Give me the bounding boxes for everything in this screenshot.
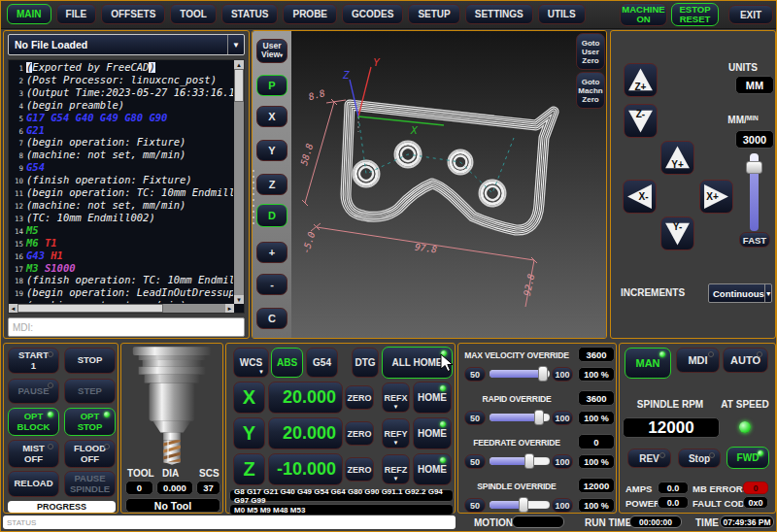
menu-tab-offsets[interactable]: OFFSETS xyxy=(101,4,165,24)
cycle-flood-off-button[interactable]: FLOODOFF xyxy=(64,440,116,468)
fast-button[interactable]: FAST xyxy=(739,232,770,248)
spindle-override-max-button[interactable]: 100 xyxy=(552,498,573,513)
view-button-x[interactable]: X xyxy=(256,106,287,127)
menu-tab-utils[interactable]: UTILS xyxy=(538,4,586,24)
goto-user-zero-button[interactable]: Goto User Zero xyxy=(576,33,605,70)
menu-tab-setup[interactable]: SETUP xyxy=(408,4,459,24)
chevron-down-icon[interactable]: ▼ xyxy=(764,284,772,302)
rapid-override-max-button[interactable]: 100 xyxy=(552,411,573,425)
g54-button[interactable]: G54 xyxy=(306,348,338,378)
menu-tab-gcodes[interactable]: GCODES xyxy=(342,4,403,24)
spindle-override-min-button[interactable]: 50 xyxy=(464,498,486,513)
max-velocity-override-slider-handle[interactable] xyxy=(538,366,548,382)
feedrate-override-max-button[interactable]: 100 xyxy=(552,454,573,469)
spindle-override-slider[interactable] xyxy=(490,501,550,509)
spindle-fwd-button[interactable]: FWD xyxy=(726,447,769,469)
cycle-step-button[interactable]: STEP xyxy=(64,379,116,404)
increments-combo[interactable]: Continuous ▼ xyxy=(708,283,772,303)
scroll-left-icon[interactable]: ◄ xyxy=(9,304,17,313)
feedrate-override-min-button[interactable]: 50 xyxy=(464,454,486,469)
machine-on-button[interactable]: MACHINE ON xyxy=(620,3,667,26)
gcode-editor[interactable]: 1(Exported by FreeCAD)2(Post Processor: … xyxy=(8,59,245,314)
cycle-reload-button[interactable]: RELOAD xyxy=(8,471,59,497)
jog-z-minus-button[interactable]: Z- xyxy=(624,104,658,138)
file-combo[interactable]: No File Loaded ▼ xyxy=(8,34,245,55)
feedrate-override-slider[interactable] xyxy=(490,457,550,465)
axis-z-dro-display[interactable]: -10.000 xyxy=(268,453,343,485)
cycle-pause-button[interactable]: PAUSE xyxy=(8,379,59,404)
home-x-button[interactable]: HOME xyxy=(413,382,452,414)
jog-x-plus-button[interactable]: X+ xyxy=(699,180,733,214)
exit-button[interactable]: EXIT xyxy=(728,5,773,24)
view-button--[interactable]: - xyxy=(256,274,287,295)
axis-y-button[interactable]: Y xyxy=(233,417,265,449)
view-button-user-view[interactable]: User View▾ xyxy=(256,39,287,63)
jog-rate-slider[interactable] xyxy=(750,153,759,231)
splitter-handle[interactable] xyxy=(252,170,254,228)
menu-tab-tool[interactable]: TOOL xyxy=(170,4,217,24)
view-button-c[interactable]: C xyxy=(256,308,287,329)
cycle-opt-block-button[interactable]: OPTBLOCK xyxy=(8,408,59,436)
zero-z-button[interactable]: ZERO xyxy=(345,457,374,482)
axis-x-dro-display[interactable]: 20.000 xyxy=(268,382,343,414)
menu-tab-probe[interactable]: PROBE xyxy=(283,4,337,24)
axis-x-button[interactable]: X xyxy=(233,382,265,414)
auto-mode-button[interactable]: AUTO xyxy=(723,348,768,373)
all-home-button[interactable]: ALL HOME xyxy=(382,347,453,379)
ref-y-button[interactable]: REFY▼ xyxy=(382,418,410,449)
menu-tab-main[interactable]: MAIN xyxy=(7,4,51,24)
toolpath-preview[interactable]: Y Z X 8.8 58.8 -5.0 97.8 92.8 xyxy=(253,31,606,338)
horizontal-scroll-thumb[interactable] xyxy=(17,304,163,313)
dtg-button[interactable]: DTG xyxy=(352,348,379,378)
rapid-override-slider-handle[interactable] xyxy=(534,410,544,425)
spindle-override-slider-handle[interactable] xyxy=(519,497,528,513)
home-y-button[interactable]: HOME xyxy=(413,417,452,449)
view-button-d[interactable]: D xyxy=(256,204,287,227)
scroll-right-icon[interactable]: ► xyxy=(225,304,234,313)
max-velocity-override-max-button[interactable]: 100 xyxy=(552,367,573,382)
jog-z-plus-button[interactable]: Z+ xyxy=(624,63,658,97)
mdi-input[interactable]: MDI: xyxy=(8,317,245,337)
jog-rate-slider-handle[interactable] xyxy=(746,161,762,174)
estop-reset-button[interactable]: ESTOP RESET xyxy=(671,3,719,26)
cycle-start-1-button[interactable]: START1 xyxy=(8,348,59,374)
view-button-+[interactable]: + xyxy=(256,242,287,263)
zero-x-button[interactable]: ZERO xyxy=(345,385,374,410)
spindle-rev-button[interactable]: REV xyxy=(627,449,671,468)
home-z-button[interactable]: HOME xyxy=(413,453,452,485)
ref-x-button[interactable]: REFX▼ xyxy=(382,382,410,413)
mdi-mode-button[interactable]: MDI xyxy=(676,348,720,373)
axis-y-dro-display[interactable]: 20.000 xyxy=(268,417,343,449)
vertical-scroll-thumb[interactable] xyxy=(234,69,244,102)
jog-y-plus-button[interactable]: Y+ xyxy=(660,141,694,175)
jog-x-minus-button[interactable]: X- xyxy=(623,180,657,214)
rapid-override-min-button[interactable]: 50 xyxy=(464,411,486,425)
menu-tab-settings[interactable]: SETTINGS xyxy=(465,4,533,24)
goto-machine-zero-button[interactable]: Goto Machn Zero xyxy=(576,72,605,109)
jog-y-minus-button[interactable]: Y- xyxy=(660,216,694,250)
cycle-stop-button[interactable]: STOP xyxy=(64,348,116,374)
chevron-down-icon[interactable]: ▼ xyxy=(227,35,244,54)
editor-horizontal-scrollbar[interactable]: ◄ ► xyxy=(9,304,234,313)
max-velocity-override-min-button[interactable]: 50 xyxy=(464,367,486,382)
spindle-stop-button[interactable]: Stop xyxy=(678,449,721,468)
abs-button[interactable]: ABS xyxy=(271,348,303,378)
rapid-override-slider[interactable] xyxy=(490,414,550,421)
man-mode-button[interactable]: MAN xyxy=(625,348,671,379)
ref-z-button[interactable]: REFZ▼ xyxy=(382,454,410,484)
view-button-z[interactable]: Z xyxy=(256,174,287,195)
view-button-p[interactable]: P xyxy=(256,75,287,96)
feedrate-override-slider-handle[interactable] xyxy=(524,453,534,469)
cycle-pause-spindle-button[interactable]: PAUSESPINDLE xyxy=(64,471,116,497)
max-velocity-override-slider[interactable] xyxy=(490,370,550,378)
wcs-button[interactable]: WCS ▼ xyxy=(233,348,269,378)
menu-tab-status[interactable]: STATUS xyxy=(221,4,279,24)
cycle-opt-stop-button[interactable]: OPTSTOP xyxy=(64,408,116,436)
scroll-up-icon[interactable]: ▲ xyxy=(234,60,244,69)
cycle-mist-off-button[interactable]: MISTOFF xyxy=(8,440,59,468)
scroll-down-icon[interactable]: ▼ xyxy=(234,295,244,304)
axis-z-button[interactable]: Z xyxy=(233,453,265,485)
view-button-y[interactable]: Y xyxy=(256,140,287,161)
menu-tab-file[interactable]: FILE xyxy=(56,4,97,24)
zero-y-button[interactable]: ZERO xyxy=(345,421,374,446)
